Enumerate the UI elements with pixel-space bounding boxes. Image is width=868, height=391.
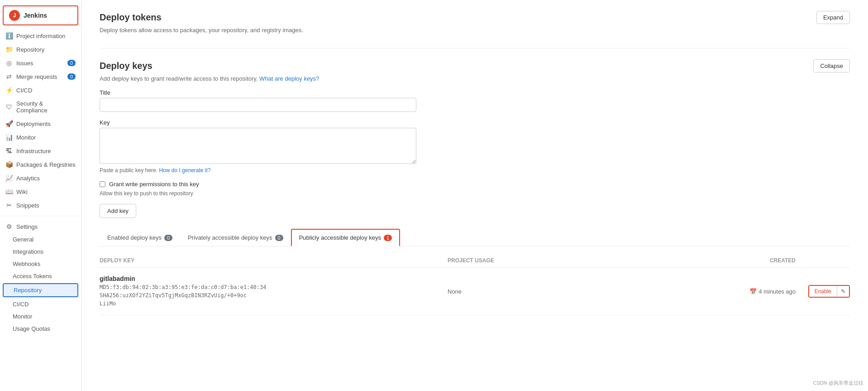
deploy-keys-form: Title Key Paste a public key here. How d… [100,89,850,218]
project-header[interactable]: J Jenkins [3,5,78,25]
enabled-tab-count: 0 [164,235,172,241]
deploy-keys-section: Deploy keys Collapse Add deploy keys to … [100,48,850,315]
enable-button[interactable]: Enable [809,286,837,297]
publicly-tab-count: 1 [384,235,392,241]
sidebar-item-packages-registries[interactable]: 📦 Packages & Registries [0,158,81,171]
infrastructure-icon: 🏗 [5,147,13,154]
settings-section[interactable]: ⚙ Settings [0,220,81,233]
edit-icon: ✎ [841,288,845,294]
grant-write-checkbox[interactable] [100,181,105,187]
tab-enabled-deploy-keys[interactable]: Enabled deploy keys 0 [100,229,180,246]
tab-publicly-accessible[interactable]: Publicly accessible deploy keys 1 [291,229,401,246]
sidebar-sub-item-label: Repository [14,287,42,294]
security-icon: 🛡 [5,103,13,111]
sidebar-item-label: Merge requests [16,73,57,80]
edit-button[interactable]: ✎ [837,286,849,297]
key-actions: Enable ✎ [796,285,850,298]
key-label: Key [100,119,850,126]
sidebar-item-infrastructure[interactable]: 🏗 Infrastructure [0,144,81,158]
sidebar-item-label: Infrastructure [16,148,51,154]
tab-privately-accessible[interactable]: Privately accessible deploy keys 0 [180,229,291,246]
sidebar-item-wiki[interactable]: 📖 Wiki [0,185,81,198]
generate-link[interactable]: How do I generate it? [159,167,210,174]
sidebar-item-deployments[interactable]: 🚀 Deployments [0,117,81,130]
sidebar-sub-item-repository[interactable]: Repository [3,283,78,297]
sidebar-item-repository[interactable]: 📁 Repository [0,43,81,56]
key-textarea[interactable] [100,128,416,164]
add-key-button[interactable]: Add key [100,204,136,218]
key-usage: None [448,288,622,295]
analytics-icon: 📈 [5,174,13,182]
sidebar-item-label: CI/CD [16,87,32,94]
sidebar-item-label: Issues [16,60,33,67]
sidebar-item-label: Wiki [16,188,28,195]
sidebar-item-ci-cd[interactable]: ⚡ CI/CD [0,83,81,97]
grant-write-label: Grant write permissions to this key [109,181,199,188]
sidebar-item-label: Project information [16,33,65,39]
title-label: Title [100,89,850,96]
sidebar-item-security-compliance[interactable]: 🛡 Security & Compliance [0,97,81,117]
merge-badge: 0 [67,73,76,80]
header-deploy-key: Deploy key [100,257,448,264]
key-name: gitlabadmin [100,275,448,282]
deploy-keys-link[interactable]: What are deploy keys? [259,75,319,82]
settings-icon: ⚙ [5,223,13,230]
snippets-icon: ✂ [5,202,13,209]
key-fingerprint-2: SHA256:uzXOf2YZiTqv5TgjMxGqzBIN3RZvUig/+… [100,291,448,299]
project-name: Jenkins [24,12,47,19]
deploy-keys-table: Deploy key Project usage Created gitlaba… [100,254,850,315]
sidebar-sub-item-label: General [13,236,33,243]
sidebar-sub-item-label: Integrations [13,248,43,255]
key-info: gitlabadmin MD5:f3:db:94:02:3b:a3:95:e3:… [100,275,448,308]
calendar-icon: 📅 [749,288,757,295]
main-content: Deploy tokens Expand Deploy tokens allow… [81,0,868,391]
sidebar-item-project-information[interactable]: ℹ️ Project information [0,29,81,43]
sidebar-sub-item-label: Usage Quotas [13,325,50,332]
sidebar-sub-item-access-tokens[interactable]: Access Tokens [0,270,81,282]
sidebar-item-issues[interactable]: ◎ Issues 0 [0,56,81,70]
info-icon: ℹ️ [5,32,13,39]
deployments-icon: 🚀 [5,120,13,127]
action-group: Enable ✎ [808,285,850,298]
sidebar-item-merge-requests[interactable]: ⇄ Merge requests 0 [0,70,81,83]
monitor-icon: 📊 [5,134,13,141]
sidebar-item-snippets[interactable]: ✂ Snippets [0,198,81,212]
collapse-button[interactable]: Collapse [813,59,850,72]
sidebar-sub-item-usage-quotas[interactable]: Usage Quotas [0,323,81,335]
sidebar-sub-item-cicd[interactable]: CI/CD [0,298,81,310]
grant-write-row: Grant write permissions to this key [100,181,850,188]
sidebar-sub-item-monitor[interactable]: Monitor [0,310,81,323]
issues-icon: ◎ [5,59,13,67]
sidebar-sub-item-general[interactable]: General [0,233,81,246]
sidebar-item-analytics[interactable]: 📈 Analytics [0,171,81,185]
sidebar-item-label: Security & Compliance [16,100,76,114]
title-form-group: Title [100,89,850,112]
deploy-keys-desc: Add deploy keys to grant read/write acce… [100,75,850,82]
wiki-icon: 📖 [5,188,13,195]
deploy-tokens-section: Deploy tokens Expand Deploy tokens allow… [100,11,850,34]
key-form-group: Key Paste a public key here. How do I ge… [100,119,850,174]
table-header: Deploy key Project usage Created [100,254,850,268]
header-created: Created [622,257,796,264]
sidebar-item-monitor[interactable]: 📊 Monitor [0,130,81,144]
expand-button[interactable]: Expand [816,11,850,24]
cicd-icon: ⚡ [5,87,13,94]
sidebar-item-label: Analytics [16,175,40,182]
key-fingerprint-1: MD5:f3:db:94:02:3b:a3:95:e3:fe:da:c0:d7:… [100,283,448,291]
sidebar-sub-item-label: Access Tokens [13,273,52,280]
header-project-usage: Project usage [448,257,622,264]
sidebar-item-label: Packages & Registries [16,161,76,168]
repository-icon: 📁 [5,46,13,53]
deploy-tokens-header: Deploy tokens Expand [100,11,850,24]
sidebar-item-label: Deployments [16,121,51,127]
deploy-keys-title: Deploy keys [100,61,153,71]
privately-tab-count: 0 [275,235,283,241]
merge-icon: ⇄ [5,73,13,80]
title-input[interactable] [100,98,416,112]
packages-icon: 📦 [5,161,13,168]
sidebar-sub-item-label: Webhooks [13,261,40,267]
key-created: 📅 4 minutes ago [622,288,796,295]
sidebar-item-label: Monitor [16,134,36,141]
sidebar-sub-item-integrations[interactable]: Integrations [0,246,81,258]
sidebar-sub-item-webhooks[interactable]: Webhooks [0,258,81,270]
